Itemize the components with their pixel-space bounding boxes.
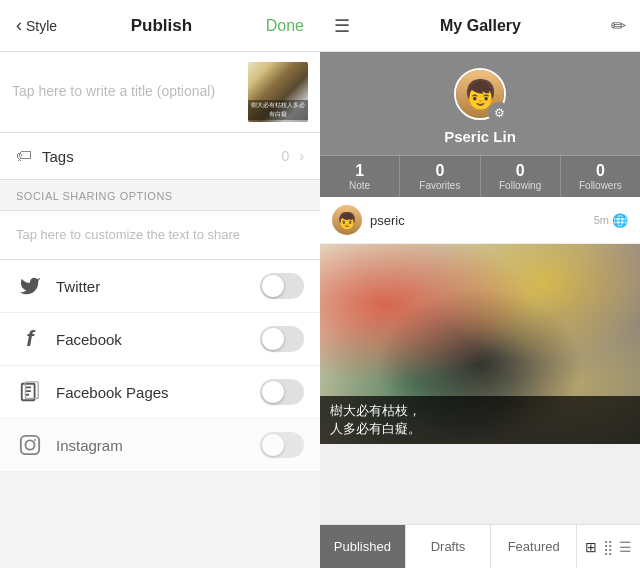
share-text-area[interactable]: Tap here to customize the text to share <box>0 210 320 260</box>
title-input-placeholder[interactable]: Tap here to write a title (optional) <box>12 82 238 102</box>
facebook-toggle[interactable] <box>260 326 304 352</box>
pen-icon[interactable]: ✏ <box>611 15 626 37</box>
stat-followers-label: Followers <box>579 180 622 191</box>
social-section-header: SOCIAL SHARING OPTIONS <box>0 180 320 210</box>
tag-icon: 🏷 <box>16 147 32 165</box>
stat-followers[interactable]: 0 Followers <box>561 156 640 197</box>
post-avatar-image: 👦 <box>332 205 362 235</box>
instagram-toggle[interactable] <box>260 432 304 458</box>
toggle-knob <box>262 275 284 297</box>
twitter-toggle[interactable] <box>260 273 304 299</box>
chevron-right-icon: › <box>299 148 304 164</box>
svg-point-3 <box>25 440 34 449</box>
svg-point-4 <box>34 439 36 441</box>
stat-note[interactable]: 1 Note <box>320 156 400 197</box>
back-arrow-icon: ‹ <box>16 15 22 36</box>
svg-rect-2 <box>21 436 39 454</box>
instagram-label: Instagram <box>56 437 248 454</box>
title-area[interactable]: Tap here to write a title (optional) 樹大必… <box>0 52 320 133</box>
tab-featured[interactable]: Featured <box>491 525 577 568</box>
facebook-pages-toggle[interactable] <box>260 379 304 405</box>
tab-published-label: Published <box>334 539 391 554</box>
facebook-icon: f <box>16 325 44 353</box>
settings-badge[interactable]: ⚙ <box>488 102 510 124</box>
post-time-text: 5m <box>594 214 609 226</box>
stat-following[interactable]: 0 Following <box>481 156 561 197</box>
social-item-instagram: Instagram <box>0 419 320 472</box>
social-item-twitter: Twitter <box>0 260 320 313</box>
instagram-icon <box>16 431 44 459</box>
twitter-icon <box>16 272 44 300</box>
globe-icon: 🌐 <box>612 213 628 228</box>
bottom-tabs: Published Drafts Featured ⊞ ⣿ ☰ <box>320 524 640 568</box>
stat-following-label: Following <box>499 180 541 191</box>
post-caption: 樹大必有枯枝， 人多必有白癡。 <box>320 396 640 444</box>
facebook-pages-label: Facebook Pages <box>56 384 248 401</box>
small-grid-icon[interactable]: ⣿ <box>603 539 613 555</box>
stat-note-label: Note <box>349 180 370 191</box>
gear-icon: ⚙ <box>494 106 505 120</box>
share-placeholder: Tap here to customize the text to share <box>16 227 240 242</box>
stat-favorites-label: Favorites <box>419 180 460 191</box>
view-icons: ⊞ ⣿ ☰ <box>577 539 640 555</box>
tags-count: 0 <box>282 148 290 164</box>
list-view-icon[interactable]: ☰ <box>619 539 632 555</box>
publish-title: Publish <box>131 16 192 36</box>
post-username: pseric <box>370 213 594 228</box>
social-item-facebook: f Facebook <box>0 313 320 366</box>
toggle-knob <box>262 328 284 350</box>
stat-following-number: 0 <box>516 162 525 180</box>
tab-featured-label: Featured <box>508 539 560 554</box>
avatar-wrap: 👦 ⚙ <box>454 68 506 120</box>
thumbnail-caption: 樹大必有枯枝人多必有白癡 <box>248 100 308 120</box>
stat-note-number: 1 <box>355 162 364 180</box>
post-avatar: 👦 <box>332 205 362 235</box>
social-item-facebook-pages: Facebook Pages <box>0 366 320 419</box>
thumbnail: 樹大必有枯枝人多必有白癡 <box>248 62 308 122</box>
toggle-knob <box>262 381 284 403</box>
right-panel: ☰ My Gallery ✏ 👦 ⚙ Pseric Lin 1 Note 0 F… <box>320 0 640 568</box>
facebook-label: Facebook <box>56 331 248 348</box>
twitter-label: Twitter <box>56 278 248 295</box>
profile-name: Pseric Lin <box>444 128 516 145</box>
left-header: ‹ Style Publish Done <box>0 0 320 52</box>
tab-published[interactable]: Published <box>320 525 406 568</box>
profile-section: 👦 ⚙ Pseric Lin 1 Note 0 Favorites 0 Foll… <box>320 52 640 197</box>
post-image: 樹大必有枯枝， 人多必有白癡。 <box>320 244 640 444</box>
right-header: ☰ My Gallery ✏ <box>320 0 640 52</box>
gallery-title: My Gallery <box>440 17 521 35</box>
facebook-pages-icon <box>16 378 44 406</box>
stat-favorites-number: 0 <box>435 162 444 180</box>
post-time: 5m 🌐 <box>594 213 628 228</box>
back-button[interactable]: ‹ Style <box>16 15 57 36</box>
back-label: Style <box>26 18 57 34</box>
done-button[interactable]: Done <box>266 17 304 35</box>
stats-row: 1 Note 0 Favorites 0 Following 0 Followe… <box>320 155 640 197</box>
left-panel: ‹ Style Publish Done Tap here to write a… <box>0 0 320 568</box>
tags-row[interactable]: 🏷 Tags 0 › <box>0 133 320 180</box>
tab-drafts-label: Drafts <box>431 539 466 554</box>
tags-label: Tags <box>42 148 272 165</box>
post-header: 👦 pseric 5m 🌐 <box>320 197 640 244</box>
hamburger-icon[interactable]: ☰ <box>334 15 350 37</box>
stat-favorites[interactable]: 0 Favorites <box>400 156 480 197</box>
stat-followers-number: 0 <box>596 162 605 180</box>
thumbnail-image: 樹大必有枯枝人多必有白癡 <box>248 62 308 122</box>
toggle-knob <box>262 434 284 456</box>
tab-drafts[interactable]: Drafts <box>406 525 492 568</box>
grid-view-icon[interactable]: ⊞ <box>585 539 597 555</box>
